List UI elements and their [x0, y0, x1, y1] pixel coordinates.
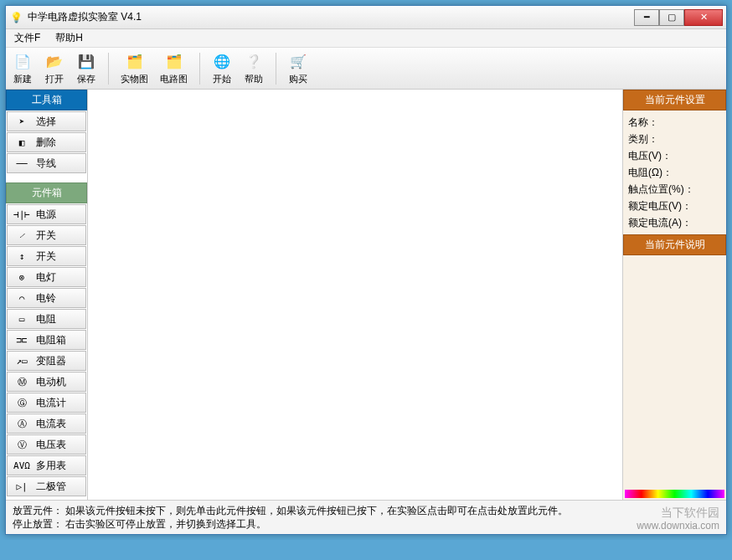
eraser-icon: ◧	[8, 137, 36, 148]
part-motor[interactable]: Ⓜ电动机	[7, 372, 86, 392]
motor-icon: Ⓜ	[8, 376, 36, 388]
status-line-1: 放置元件： 如果该元件按钮未按下，则先单击此元件按钮，如果该元件按钮已按下，在实…	[13, 504, 719, 517]
toolbar-separator	[276, 53, 276, 85]
prop-rated-a: 额定电流(A)：	[628, 214, 721, 231]
wire-icon: ──	[8, 158, 36, 169]
right-pane: 当前元件设置 名称： 类别： 电压(V)： 电阻(Ω)： 触点位置(%)： 额定…	[622, 90, 726, 500]
start-icon: 🌐	[212, 52, 232, 72]
part-voltmeter[interactable]: Ⓥ电压表	[7, 434, 86, 455]
help-icon: ❔	[244, 52, 264, 72]
description-area	[623, 255, 726, 488]
part-multimeter[interactable]: AVΩ多用表	[7, 455, 86, 475]
voltmeter-icon: Ⓥ	[8, 439, 36, 451]
toolbox-list: ➤选择 ◧删除 ──导线	[6, 110, 87, 174]
ammeter-icon: Ⓐ	[8, 418, 36, 430]
toolbox-header: 工具箱	[6, 90, 87, 110]
partbox-header: 元件箱	[6, 182, 87, 203]
tool-delete[interactable]: ◧删除	[7, 132, 86, 152]
main-body: 工具箱 ➤选择 ◧删除 ──导线 元件箱 ⊣∣⊢电源 ⟋开关 ↕开关 ⊗电灯 ⌒…	[6, 90, 726, 500]
window-title: 中学电路虚拟实验室 V4.1	[28, 10, 634, 24]
part-power[interactable]: ⊣∣⊢电源	[7, 204, 86, 224]
part-diode[interactable]: ▷|二极管	[7, 476, 86, 496]
prop-rated-v: 额定电压(V)：	[628, 198, 721, 214]
realview-button[interactable]: 🗂️实物图	[121, 52, 148, 85]
minimize-button[interactable]: ━	[634, 9, 659, 26]
status-bar: 放置元件： 如果该元件按钮未按下，则先单击此元件按钮，如果该元件按钮已按下，在实…	[6, 500, 726, 534]
status-line-2: 停止放置： 右击实验区可停止放置，并切换到选择工具。	[13, 517, 719, 531]
part-galvanometer[interactable]: Ⓖ电流计	[7, 393, 86, 413]
menubar: 文件F 帮助H	[6, 29, 726, 48]
switch-icon: ⟋	[8, 230, 36, 241]
watermark-url: www.downxia.com	[637, 519, 719, 532]
tool-wire[interactable]: ──导线	[7, 153, 86, 173]
window-controls: ━ ▢ ✕	[634, 9, 723, 26]
new-icon: 📄	[13, 52, 33, 72]
rheostat-icon: ↗▭	[8, 356, 36, 367]
part-resistor[interactable]: ▭电阻	[7, 309, 86, 329]
save-button[interactable]: 💾保存	[76, 52, 96, 85]
part-ammeter[interactable]: Ⓐ电流表	[7, 414, 86, 434]
part-bell[interactable]: ⌒电铃	[7, 288, 86, 308]
lamp-icon: ⊗	[8, 272, 36, 283]
start-button[interactable]: 🌐开始	[212, 52, 232, 85]
maximize-button[interactable]: ▢	[659, 9, 684, 26]
open-icon: 📂	[44, 52, 64, 72]
left-pane: 工具箱 ➤选择 ◧删除 ──导线 元件箱 ⊣∣⊢电源 ⟋开关 ↕开关 ⊗电灯 ⌒…	[6, 90, 88, 500]
close-button[interactable]: ✕	[684, 9, 723, 26]
schematic-button[interactable]: 🗂️电路图	[160, 52, 188, 85]
resistor-icon: ▭	[8, 314, 36, 325]
new-button[interactable]: 📄新建	[13, 52, 33, 85]
diode-icon: ▷|	[8, 481, 36, 492]
description-header: 当前元件说明	[623, 234, 726, 255]
schematic-icon: 🗂️	[164, 52, 184, 72]
open-button[interactable]: 📂打开	[44, 52, 64, 85]
switch2-icon: ↕	[8, 251, 36, 262]
bell-icon: ⌒	[8, 293, 36, 304]
prop-resistance: 电阻(Ω)：	[628, 164, 721, 181]
app-icon: 💡	[9, 11, 23, 24]
prop-contact: 触点位置(%)：	[628, 181, 721, 198]
watermark-name: 当下软件园	[637, 506, 719, 519]
partbox-list: ⊣∣⊢电源 ⟋开关 ↕开关 ⊗电灯 ⌒电铃 ▭电阻 ⊐⊏电阻箱 ↗▭变阻器 Ⓜ电…	[6, 203, 87, 497]
buy-button[interactable]: 🛒购买	[288, 52, 308, 85]
part-rheostat[interactable]: ↗▭变阻器	[7, 351, 86, 371]
save-icon: 💾	[76, 52, 96, 72]
color-bar[interactable]	[625, 490, 724, 498]
prop-voltage: 电压(V)：	[628, 147, 721, 164]
tool-select[interactable]: ➤选择	[7, 111, 86, 131]
toolbar-separator	[108, 53, 109, 85]
prop-name: 名称：	[628, 114, 721, 131]
help-button[interactable]: ❔帮助	[244, 52, 264, 85]
realview-icon: 🗂️	[125, 52, 145, 72]
part-switch-1[interactable]: ⟋开关	[7, 225, 86, 245]
multimeter-icon: AVΩ	[8, 460, 36, 471]
part-switch-2[interactable]: ↕开关	[7, 246, 86, 266]
canvas-area[interactable]	[88, 90, 622, 500]
menu-file[interactable]: 文件F	[11, 29, 44, 47]
buy-icon: 🛒	[288, 52, 308, 72]
toolbar: 📄新建 📂打开 💾保存 🗂️实物图 🗂️电路图 🌐开始 ❔帮助 🛒购买	[6, 48, 726, 90]
app-window: 💡 中学电路虚拟实验室 V4.1 ━ ▢ ✕ 文件F 帮助H 📄新建 📂打开 💾…	[5, 5, 727, 535]
resistorbox-icon: ⊐⊏	[8, 335, 36, 346]
menu-help[interactable]: 帮助H	[52, 29, 86, 47]
galvanometer-icon: Ⓖ	[8, 397, 36, 409]
part-resistorbox[interactable]: ⊐⊏电阻箱	[7, 330, 86, 350]
pointer-icon: ➤	[8, 116, 36, 127]
settings-header: 当前元件设置	[623, 90, 726, 110]
watermark: 当下软件园 www.downxia.com	[637, 506, 719, 532]
power-icon: ⊣∣⊢	[8, 209, 36, 220]
toolbar-separator	[199, 53, 200, 85]
prop-type: 类别：	[628, 131, 721, 147]
part-lamp[interactable]: ⊗电灯	[7, 267, 86, 287]
titlebar: 💡 中学电路虚拟实验室 V4.1 ━ ▢ ✕	[6, 6, 726, 29]
property-list: 名称： 类别： 电压(V)： 电阻(Ω)： 触点位置(%)： 额定电压(V)： …	[623, 110, 726, 234]
